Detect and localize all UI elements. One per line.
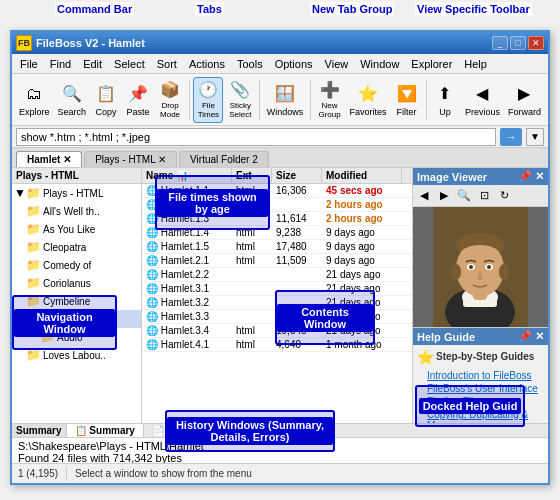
file-row[interactable]: 🌐 Hamlet.3.1 21 days ago <box>142 282 412 296</box>
menu-help[interactable]: Help <box>458 56 493 72</box>
status-separator <box>66 467 67 481</box>
tab-virtual-folder[interactable]: Virtual Folder 2 <box>179 151 269 167</box>
file-row[interactable]: 🌐 Hamlet.3.3 21 days ago <box>142 310 412 324</box>
col-header-size[interactable]: Size <box>272 168 322 183</box>
tab-plays-html[interactable]: Plays - HTML ✕ <box>84 151 177 167</box>
menu-explorer[interactable]: Explorer <box>405 56 458 72</box>
annotation-new-tab-group: New Tab Group <box>310 2 394 16</box>
summary-content: S:\Shakespeare\Plays - HTML\Hamlet Found… <box>12 438 548 466</box>
menu-edit[interactable]: Edit <box>77 56 108 72</box>
tree-item-hamlet[interactable]: ▼📁 Hamlet <box>12 310 141 328</box>
file-row[interactable]: 🌐 Hamlet.1.4 html 9,238 9 days ago <box>142 226 412 240</box>
tree-item-loveslabour[interactable]: 📁 Loves Labou.. <box>12 346 141 364</box>
tree-label: As You Like <box>43 224 95 235</box>
file-row[interactable]: 🌐 Hamlet.1.3 11,614 2 hours ago <box>142 212 412 226</box>
windows-icon: 🪟 <box>273 82 297 106</box>
annotation-view-toolbar: View Specific Toolbar <box>415 2 532 16</box>
close-button[interactable]: ✕ <box>528 36 544 50</box>
img-btn-rotate[interactable]: ↻ <box>495 187 513 205</box>
nav-pane-header: Plays - HTML <box>12 168 141 184</box>
help-item-ui[interactable]: FileBoss's User Interface <box>417 382 544 395</box>
address-bar: → ▼ <box>12 126 548 148</box>
help-item-copy[interactable]: Copying, Duplicating & Mo.. <box>417 408 544 423</box>
minimize-button[interactable]: _ <box>492 36 508 50</box>
file-size <box>272 204 322 206</box>
toolbar-new-group[interactable]: ➕ New Group <box>315 77 345 123</box>
tree-item-allswell[interactable]: 📁 All's Well th.. <box>12 202 141 220</box>
col-header-name[interactable]: Name 📊 <box>142 168 232 183</box>
left-split: Plays - HTML ▼📁 Plays - HTML 📁 All's Wel… <box>12 168 413 423</box>
sum-tab-errors[interactable]: ⚠ Errors <box>206 424 262 437</box>
file-row[interactable]: 🌐 Hamlet.2.1 html 11,509 9 days ago <box>142 254 412 268</box>
tree-item-asyoulike[interactable]: 📁 As You Like <box>12 220 141 238</box>
help-item-intro[interactable]: Introduction to FileBoss <box>417 369 544 382</box>
toolbar-search[interactable]: 🔍 Search <box>55 77 90 123</box>
tree-item-coriolanus[interactable]: 📁 Coriolanus <box>12 274 141 292</box>
file-modified: 1 month ago <box>322 338 402 351</box>
img-btn-prev[interactable]: ◀ <box>415 187 433 205</box>
menu-actions[interactable]: Actions <box>183 56 231 72</box>
toolbar-filter[interactable]: 🔽 Filter <box>392 77 422 123</box>
previous-label: Previous <box>465 108 500 118</box>
sum-tab-summary[interactable]: 📋 Summary <box>67 424 144 437</box>
menu-file[interactable]: File <box>14 56 44 72</box>
image-viewer-title: Image Viewer <box>417 171 487 183</box>
address-go-button[interactable]: → <box>500 128 522 146</box>
svg-point-12 <box>451 264 461 280</box>
toolbar-sticky-select[interactable]: 📎 Sticky Select <box>225 77 255 123</box>
col-header-modified[interactable]: Modified <box>322 168 402 183</box>
tab-hamlet[interactable]: Hamlet ✕ <box>16 151 82 167</box>
toolbar-previous[interactable]: ◀ Previous <box>462 77 503 123</box>
menu-find[interactable]: Find <box>44 56 77 72</box>
toolbar-up[interactable]: ⬆ Up <box>430 77 460 123</box>
file-row[interactable]: 🌐 Hamlet.1.2 2 hours ago <box>142 198 412 212</box>
menu-sort[interactable]: Sort <box>151 56 183 72</box>
status-bar: 1 (4,195) Select a window to show from t… <box>12 463 548 483</box>
file-row[interactable]: 🌐 Hamlet.1.5 html 17,480 9 days ago <box>142 240 412 254</box>
file-row[interactable]: 🌐 Hamlet.3.2 21 days ago <box>142 296 412 310</box>
menu-select[interactable]: Select <box>108 56 151 72</box>
col-header-ext[interactable]: Ext <box>232 168 272 183</box>
toolbar-paste[interactable]: 📌 Paste <box>123 77 153 123</box>
toolbar-copy[interactable]: 📋 Copy <box>91 77 121 123</box>
toolbar-windows[interactable]: 🪟 Windows <box>264 77 307 123</box>
folder-icon: 📁 <box>26 294 41 308</box>
menu-window[interactable]: Window <box>354 56 405 72</box>
search-label: Search <box>58 108 87 118</box>
sum-tab-details[interactable]: 📄 Details <box>144 424 206 437</box>
help-item-find[interactable]: Finding Files <box>417 395 544 408</box>
tree-item-cleopatra[interactable]: 📁 Cleopatra <box>12 238 141 256</box>
maximize-button[interactable]: □ <box>510 36 526 50</box>
tree-item-cymbeline[interactable]: 📁 Cymbeline <box>12 292 141 310</box>
tree-item-comedy[interactable]: 📁 Comedy of <box>12 256 141 274</box>
img-btn-zoomin[interactable]: 🔍 <box>455 187 473 205</box>
toolbar-file-times[interactable]: 🕐 File Times <box>193 77 223 123</box>
file-row[interactable]: 🌐 Hamlet.1.1 html 16,306 45 secs ago <box>142 184 412 198</box>
file-row[interactable]: 🌐 Hamlet.3.4 html 19,348 21 days ago <box>142 324 412 338</box>
menu-options[interactable]: Options <box>269 56 319 72</box>
toolbar-drop-mode[interactable]: 📦 Drop Mode <box>155 77 185 123</box>
menu-view[interactable]: View <box>319 56 355 72</box>
tree-label: Plays - HTML <box>43 188 104 199</box>
file-size <box>272 316 322 318</box>
address-dropdown-button[interactable]: ▼ <box>526 128 544 146</box>
new-group-icon: ➕ <box>318 80 342 100</box>
folder-icon: 📁 <box>26 276 41 290</box>
img-btn-fit[interactable]: ⊡ <box>475 187 493 205</box>
file-size: 9,238 <box>272 226 322 239</box>
menu-tools[interactable]: Tools <box>231 56 269 72</box>
file-modified: 21 days ago <box>322 324 402 337</box>
file-row[interactable]: 🌐 Hamlet.4.1 html 4,640 1 month ago <box>142 338 412 352</box>
address-input[interactable] <box>16 128 496 146</box>
toolbar-favorites[interactable]: ⭐ Favorites <box>347 77 390 123</box>
favorites-icon: ⭐ <box>356 82 380 106</box>
tree-item-audio[interactable]: 📁 Audio <box>12 328 141 346</box>
img-btn-next[interactable]: ▶ <box>435 187 453 205</box>
tree-label: Loves Labou.. <box>43 350 106 361</box>
toolbar-forward[interactable]: ▶ Forward <box>505 77 544 123</box>
file-row[interactable]: 🌐 Hamlet.2.2 21 days ago <box>142 268 412 282</box>
toolbar-explore[interactable]: 🗂 Explore <box>16 77 53 123</box>
tree-item-plays[interactable]: ▼📁 Plays - HTML <box>12 184 141 202</box>
help-section-title: Step-by-Step Guides <box>436 351 534 362</box>
folder-icon: 📁 <box>26 222 41 236</box>
